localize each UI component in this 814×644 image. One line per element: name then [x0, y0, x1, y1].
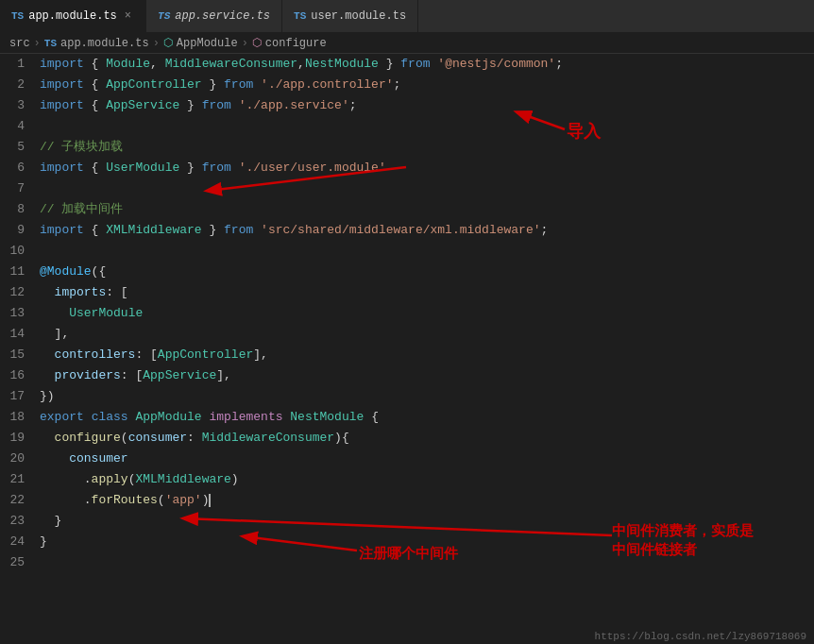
breadcrumb-module-icon: ⬡	[163, 36, 173, 50]
tab-label-3: user.module.ts	[311, 9, 406, 23]
breadcrumb: src › TS app.module.ts › ⬡ AppModule › ⬡…	[0, 33, 814, 54]
line-10: 10	[0, 241, 814, 262]
breadcrumb-cube-icon: ⬡	[252, 36, 262, 50]
line-14: 14 ],	[0, 324, 814, 345]
line-23: 23 }	[0, 511, 814, 532]
line-13: 13 UserModule	[0, 303, 814, 324]
line-8: 8 // 加载中间件	[0, 199, 814, 220]
line-18: 18 export class AppModule implements Nes…	[0, 407, 814, 428]
line-24: 24 }	[0, 532, 814, 552]
line-5: 5 // 子模块加载	[0, 137, 814, 158]
line-3: 3 import { AppService } from './app.serv…	[0, 95, 814, 116]
line-9: 9 import { XMLMiddleware } from 'src/sha…	[0, 220, 814, 241]
line-21: 21 .apply(XMLMiddleware)	[0, 469, 814, 490]
tab-user-module[interactable]: TS user.module.ts	[282, 0, 418, 32]
breadcrumb-configure: configure	[265, 37, 327, 50]
line-17: 17 })	[0, 386, 814, 407]
line-16: 16 providers: [AppService],	[0, 365, 814, 386]
watermark: https://blog.csdn.net/lzy869718069	[595, 631, 806, 642]
tab-bar: TS app.module.ts × TS app.service.ts TS …	[0, 0, 814, 33]
breadcrumb-ts-icon: TS	[44, 38, 57, 49]
tab-app-service[interactable]: TS app.service.ts	[146, 0, 282, 32]
breadcrumb-appmodule: AppModule	[177, 37, 238, 50]
line-6: 6 import { UserModule } from './user/use…	[0, 158, 814, 178]
line-15: 15 controllers: [AppController],	[0, 345, 814, 365]
ts-icon-2: TS	[158, 10, 170, 22]
line-22: 22 .forRoutes('app')	[0, 490, 814, 511]
breadcrumb-src: src	[9, 37, 30, 50]
tab-close-1[interactable]: ×	[122, 8, 134, 24]
line-7: 7	[0, 178, 814, 199]
line-11: 11 @Module({	[0, 262, 814, 282]
line-2: 2 import { AppController } from './app.c…	[0, 75, 814, 95]
tab-app-module[interactable]: TS app.module.ts ×	[0, 0, 146, 32]
tab-label-2: app.service.ts	[175, 9, 270, 23]
line-4: 4	[0, 116, 814, 137]
line-19: 19 configure(consumer: MiddlewareConsume…	[0, 428, 814, 449]
ts-icon-1: TS	[11, 10, 24, 22]
breadcrumb-file: app.module.ts	[60, 37, 149, 50]
line-1: 1 import { Module, MiddlewareConsumer,Ne…	[0, 54, 814, 75]
tab-label-1: app.module.ts	[28, 9, 117, 23]
line-20: 20 consumer	[0, 449, 814, 469]
ts-icon-3: TS	[294, 10, 306, 22]
line-12: 12 imports: [	[0, 282, 814, 303]
editor: 1 import { Module, MiddlewareConsumer,Ne…	[0, 54, 814, 573]
line-25: 25	[0, 552, 814, 573]
